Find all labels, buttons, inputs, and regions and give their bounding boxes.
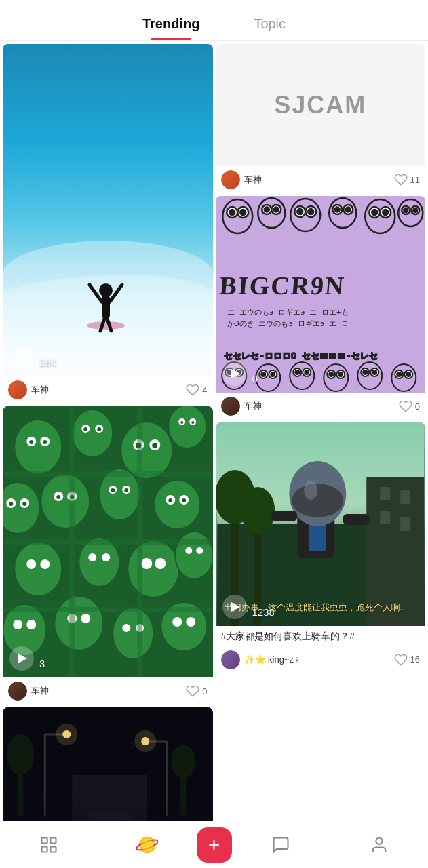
- svg-point-143: [305, 370, 309, 374]
- monsters-video-card[interactable]: 3 车神 0: [3, 406, 213, 705]
- svg-point-99: [240, 210, 246, 215]
- svg-point-158: [406, 372, 410, 376]
- nav-item-messages[interactable]: [232, 835, 330, 854]
- svg-point-147: [329, 372, 333, 376]
- nav-item-profile[interactable]: [330, 835, 428, 854]
- svg-point-64: [9, 502, 13, 506]
- moto-media: 出门办事，这个温度能让我虫虫，跑死个人啊... 1238: [216, 422, 426, 626]
- svg-point-65: [22, 502, 26, 506]
- svg-point-114: [345, 208, 350, 212]
- nav-item-explore[interactable]: [0, 835, 98, 854]
- card-description: #大家都是如何喜欢上骑车的？#: [216, 626, 426, 646]
- svg-point-184: [143, 841, 147, 844]
- svg-point-88: [7, 734, 34, 775]
- avatar: [221, 650, 240, 669]
- svg-point-185: [376, 837, 382, 844]
- doodle-card[interactable]: BIGCR9N エ エウのもэ ロギエэ エ ロエ+も かЭのき エウのもэ ロ…: [216, 196, 426, 420]
- explore-icon: [39, 835, 58, 854]
- svg-point-66: [56, 495, 60, 499]
- svg-point-21: [54, 596, 103, 650]
- tab-topic[interactable]: Topic: [227, 9, 313, 39]
- play-triangle-icon: [231, 602, 240, 612]
- play-button[interactable]: [222, 595, 247, 619]
- nav-item-home[interactable]: [98, 834, 197, 856]
- play-button[interactable]: [9, 646, 34, 671]
- svg-point-13: [41, 474, 90, 528]
- svg-point-11: [168, 406, 206, 448]
- header-tabs: Trending Topic: [0, 0, 428, 39]
- svg-point-22: [113, 608, 153, 659]
- username: ✨⭐ king~z♀: [244, 654, 300, 665]
- svg-point-10: [121, 422, 172, 479]
- svg-point-138: [271, 372, 275, 376]
- svg-point-90: [171, 745, 195, 778]
- svg-point-153: [372, 370, 376, 374]
- play-button[interactable]: [222, 361, 247, 386]
- svg-point-148: [338, 372, 343, 376]
- svg-point-152: [363, 370, 367, 374]
- sjcam-card[interactable]: SJCAM 车神 11: [216, 44, 426, 193]
- svg-point-62: [180, 421, 183, 424]
- svg-point-70: [168, 498, 172, 502]
- svg-rect-163: [400, 490, 410, 504]
- svg-rect-178: [51, 837, 56, 843]
- like-area[interactable]: 4: [186, 383, 207, 397]
- svg-point-82: [56, 724, 77, 745]
- svg-point-46: [185, 547, 192, 554]
- svg-point-103: [264, 208, 269, 212]
- motorcycle-card[interactable]: 出门办事，这个温度能让我虫虫，跑死个人啊... 1238 #大家都是如何喜欢上骑…: [216, 422, 426, 673]
- monsters-media: 3: [3, 406, 213, 677]
- messages-icon: [271, 835, 290, 854]
- svg-point-18: [128, 540, 179, 597]
- play-button[interactable]: [9, 345, 34, 370]
- user-info: 车神: [8, 380, 49, 399]
- avatar: [8, 682, 27, 701]
- user-info: ✨⭐ king~z♀: [221, 650, 300, 669]
- like-count: 0: [415, 401, 420, 412]
- svg-point-169: [241, 487, 275, 534]
- svg-point-40: [26, 559, 36, 569]
- svg-point-113: [334, 208, 339, 212]
- like-area[interactable]: 0: [399, 399, 420, 413]
- moto-svg: [216, 422, 426, 626]
- svg-point-157: [397, 372, 401, 376]
- like-area[interactable]: 0: [186, 684, 207, 698]
- svg-point-137: [261, 372, 265, 376]
- doodle-svg: BIGCR9N エ エウのもэ ロギエэ エ ロエ+も かЭのき エウのもэ ロ…: [216, 196, 426, 393]
- play-triangle-icon: [18, 654, 27, 663]
- svg-point-98: [229, 210, 235, 215]
- like-count: 0: [202, 686, 207, 696]
- svg-point-47: [196, 547, 203, 554]
- svg-point-118: [372, 210, 377, 215]
- svg-point-15: [154, 480, 200, 529]
- svg-point-54: [172, 617, 182, 627]
- tab-trending[interactable]: Trending: [115, 9, 227, 39]
- svg-point-42: [88, 553, 96, 561]
- surf-video-card[interactable]: 394 车神 4: [3, 44, 213, 403]
- like-area[interactable]: 16: [394, 653, 420, 667]
- nav-add-button[interactable]: +: [197, 827, 232, 863]
- svg-point-19: [175, 532, 212, 579]
- right-column: SJCAM 车神 11: [216, 44, 426, 673]
- svg-point-71: [182, 498, 186, 502]
- svg-text:BIGCR9N: BIGCR9N: [218, 271, 346, 300]
- svg-text:かЭのき エウのもэ ロギエэ エ ロ: かЭのき エウのもэ ロギエэ エ ロ: [227, 319, 348, 328]
- svg-point-61: [152, 443, 157, 448]
- like-area[interactable]: 11: [394, 173, 420, 186]
- svg-rect-180: [51, 846, 56, 852]
- view-count: 0: [252, 373, 258, 384]
- svg-point-173: [292, 484, 343, 517]
- card-footer: ✨⭐ king~z♀ 16: [216, 646, 426, 673]
- svg-point-45: [155, 558, 166, 569]
- monsters-svg: [3, 406, 213, 677]
- view-count: 394: [39, 357, 56, 368]
- avatar: [221, 397, 240, 416]
- username: 车神: [31, 384, 49, 396]
- svg-point-56: [29, 440, 33, 444]
- svg-point-119: [383, 210, 388, 215]
- svg-point-52: [122, 624, 130, 632]
- svg-point-55: [186, 617, 195, 627]
- svg-point-59: [97, 427, 101, 431]
- svg-rect-164: [380, 511, 390, 524]
- svg-rect-176: [343, 514, 370, 525]
